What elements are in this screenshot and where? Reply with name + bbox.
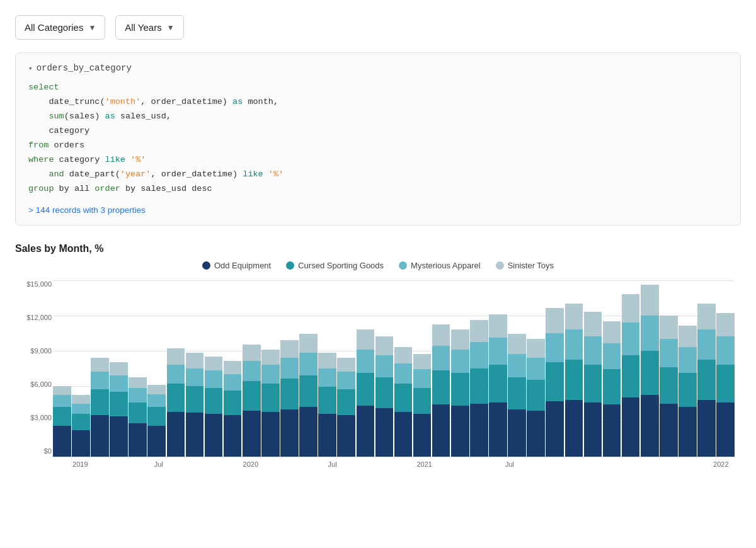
bar-stack: [91, 280, 109, 457]
bar-segment: [697, 329, 716, 360]
bar-segment: [280, 358, 299, 379]
chart-container: $15,000$12,000$9,000$6,000$3,000$0 2019J…: [15, 280, 741, 473]
bar-stack: [584, 280, 602, 457]
bar-stack: [716, 280, 735, 457]
bar-segment: [679, 347, 697, 373]
bar-stack: [603, 280, 621, 457]
bar-segment: [280, 340, 299, 358]
bar-segment: [679, 326, 697, 347]
bar-group: [394, 280, 413, 457]
legend-label: Sinister Toys: [508, 261, 554, 270]
bar-group: [508, 280, 526, 457]
bar-segment: [565, 329, 583, 360]
x-axis-label: 2021: [416, 460, 432, 468]
bar-segment: [129, 388, 147, 402]
years-filter[interactable]: All Years ▼: [115, 15, 183, 40]
bar-segment: [470, 404, 488, 457]
bar-segment: [432, 346, 450, 370]
bar-stack: [394, 280, 413, 457]
collapse-icon[interactable]: ▾: [28, 64, 33, 72]
bar-stack: [224, 280, 242, 457]
records-link[interactable]: > 144 records with 3 properties: [28, 205, 728, 215]
x-axis-labels: 2019Jul2020Jul2021Jul2022: [53, 460, 735, 473]
bar-segment: [186, 353, 204, 368]
bar-segment: [129, 423, 147, 456]
legend-dot: [202, 261, 210, 270]
legend-item: Sinister Toys: [496, 261, 554, 270]
bar-segment: [451, 350, 469, 373]
bar-group: [357, 280, 375, 457]
bar-segment: [110, 392, 128, 416]
legend-dot: [286, 261, 294, 270]
grid-line: [53, 457, 735, 457]
bar-segment: [205, 357, 223, 370]
legend-item: Mysterious Apparel: [399, 261, 481, 270]
bar-segment: [432, 404, 450, 456]
bar-group: [432, 280, 450, 457]
bar-segment: [224, 415, 242, 456]
bar-segment: [186, 368, 204, 386]
bar-segment: [546, 401, 564, 457]
bar-stack: [337, 280, 355, 457]
bar-segment: [584, 402, 602, 457]
bar-segment: [413, 354, 432, 369]
bar-segment: [147, 385, 166, 394]
x-axis-label: Jul: [154, 460, 163, 468]
bar-segment: [697, 400, 716, 457]
bar-group: [697, 280, 716, 457]
bar-segment: [470, 320, 488, 342]
bar-stack: [508, 280, 526, 457]
bar-segment: [53, 395, 71, 407]
bar-segment: [603, 343, 621, 369]
bar-segment: [641, 351, 659, 396]
bar-segment: [224, 374, 242, 391]
bar-segment: [716, 365, 735, 402]
bar-segment: [243, 361, 261, 381]
bar-segment: [375, 377, 394, 408]
bar-group: [72, 280, 90, 457]
categories-filter[interactable]: All Categories ▼: [15, 15, 105, 40]
bar-segment: [224, 391, 242, 415]
bar-group: [186, 280, 204, 457]
bar-segment: [603, 404, 621, 456]
bar-stack: [261, 280, 280, 457]
bar-segment: [375, 355, 394, 377]
bar-group: [565, 280, 583, 457]
bar-group: [243, 280, 261, 457]
bar-segment: [91, 372, 109, 389]
y-axis-label: $0: [15, 447, 52, 455]
bar-segment: [641, 316, 659, 351]
bar-segment: [243, 381, 261, 411]
bar-group: [280, 280, 299, 457]
bar-segment: [489, 402, 507, 457]
bar-segment: [451, 329, 469, 350]
bar-segment: [716, 336, 735, 365]
bar-stack: [357, 280, 375, 457]
bar-segment: [660, 404, 678, 457]
bar-segment: [337, 358, 355, 372]
bar-segment: [243, 345, 261, 361]
bar-segment: [337, 415, 355, 456]
x-axis-label: Jul: [505, 460, 514, 468]
bar-segment: [72, 430, 90, 456]
bar-segment: [261, 350, 280, 365]
x-axis-label: 2019: [72, 460, 88, 468]
bar-group: [53, 280, 71, 457]
sql-card-header: ▾ orders_by_category: [28, 63, 728, 73]
bar-segment: [53, 426, 71, 457]
bar-segment: [603, 369, 621, 404]
bar-segment: [489, 365, 507, 402]
bar-segment: [72, 414, 90, 430]
bar-stack: [679, 280, 697, 457]
bar-group: [641, 280, 659, 457]
chart-legend: Odd EquipmentCursed Sporting GoodsMyster…: [15, 261, 741, 270]
bar-stack: [205, 280, 223, 457]
bar-segment: [546, 308, 564, 333]
bar-segment: [394, 412, 413, 457]
bar-segment: [91, 358, 109, 372]
bar-stack: [546, 280, 564, 457]
bar-group: [660, 280, 678, 457]
bar-segment: [584, 336, 602, 365]
bar-group: [716, 280, 735, 457]
bar-segment: [243, 411, 261, 457]
